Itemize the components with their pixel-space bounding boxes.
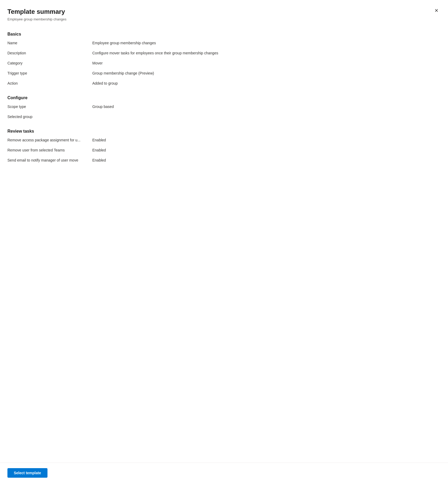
panel-subtitle: Employee group membership changes (7, 17, 440, 21)
panel-title: Template summary (7, 7, 440, 16)
basics-section: Basics Name Employee group membership ch… (7, 32, 441, 88)
field-label-send-email: Send email to notify manager of user mov… (7, 158, 92, 162)
field-value-scope-type: Group based (92, 104, 441, 109)
field-row-remove-access-package: Remove access package assignment for u..… (7, 137, 441, 145)
field-row-name: Name Employee group membership changes (7, 40, 441, 48)
field-label-selected-group: Selected group (7, 114, 92, 119)
field-value-description: Configure mover tasks for employees once… (92, 50, 441, 55)
field-value-name: Employee group membership changes (92, 40, 441, 45)
field-value-send-email: Enabled (92, 158, 441, 162)
field-value-trigger-type: Group membership change (Preview) (92, 71, 441, 75)
field-row-category: Category Mover (7, 60, 441, 68)
field-label-name: Name (7, 40, 92, 45)
close-button[interactable]: ✕ (432, 6, 441, 15)
field-row-action: Action Added to group (7, 81, 441, 88)
field-value-selected-group (92, 114, 441, 115)
field-value-remove-access-package: Enabled (92, 137, 441, 142)
configure-section-title: Configure (7, 95, 441, 100)
field-label-action: Action (7, 81, 92, 85)
field-label-remove-access-package: Remove access package assignment for u..… (7, 137, 92, 142)
field-label-description: Description (7, 50, 92, 55)
field-row-trigger-type: Trigger type Group membership change (Pr… (7, 71, 441, 78)
field-row-remove-user-teams: Remove user from selected Teams Enabled (7, 147, 441, 155)
field-value-remove-user-teams: Enabled (92, 147, 441, 152)
field-value-action: Added to group (92, 81, 441, 85)
field-label-scope-type: Scope type (7, 104, 92, 109)
review-tasks-section: Review tasks Remove access package assig… (7, 129, 441, 165)
field-value-category: Mover (92, 60, 441, 65)
panel-content: Basics Name Employee group membership ch… (0, 25, 448, 463)
field-row-scope-type: Scope type Group based (7, 104, 441, 111)
panel-footer: Select template (0, 463, 448, 483)
panel-header: Template summary Employee group membersh… (0, 0, 448, 25)
field-label-trigger-type: Trigger type (7, 71, 92, 75)
template-summary-panel: Template summary Employee group membersh… (0, 0, 448, 483)
field-label-remove-user-teams: Remove user from selected Teams (7, 147, 92, 152)
field-row-description: Description Configure mover tasks for em… (7, 50, 441, 58)
field-row-selected-group: Selected group (7, 114, 441, 121)
select-template-button[interactable]: Select template (7, 468, 47, 478)
review-tasks-section-title: Review tasks (7, 129, 441, 134)
basics-section-title: Basics (7, 32, 441, 37)
field-label-category: Category (7, 60, 92, 65)
configure-section: Configure Scope type Group based Selecte… (7, 95, 441, 121)
field-row-send-email: Send email to notify manager of user mov… (7, 158, 441, 165)
close-icon: ✕ (434, 8, 438, 14)
